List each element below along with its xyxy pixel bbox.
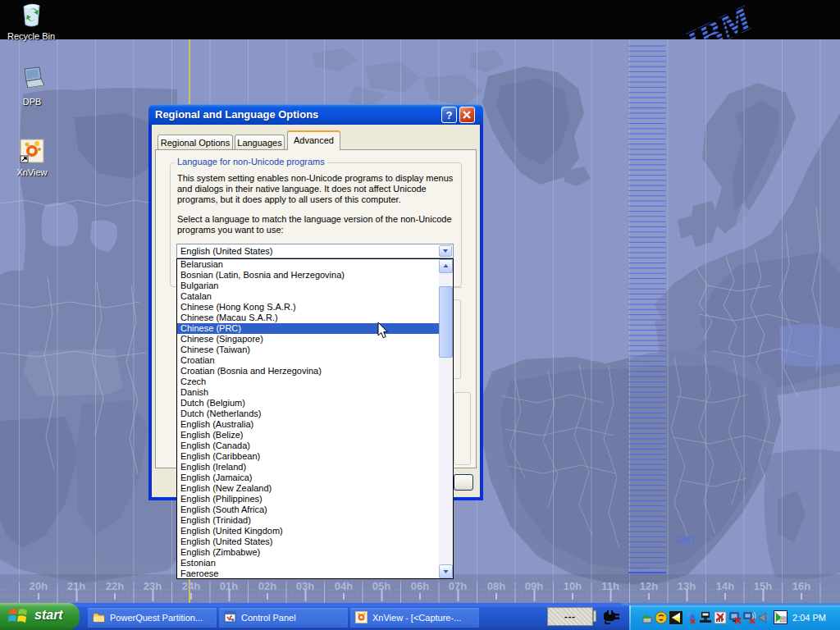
svg-text:IBM: IBM — [678, 0, 760, 39]
svg-text:12h: 12h — [640, 580, 658, 592]
svg-text:20h: 20h — [30, 580, 48, 592]
svg-text:16h: 16h — [792, 580, 810, 592]
svg-text:06h: 06h — [411, 580, 429, 592]
svg-text:02h: 02h — [258, 580, 276, 592]
svg-text:14h: 14h — [716, 580, 734, 592]
svg-text:08h: 08h — [487, 580, 505, 592]
svg-text:04h: 04h — [335, 580, 353, 592]
svg-text:22h: 22h — [106, 580, 124, 592]
svg-text:10h: 10h — [564, 580, 582, 592]
svg-text:24h: 24h — [182, 580, 200, 592]
svg-text:GMT: GMT — [675, 535, 696, 545]
